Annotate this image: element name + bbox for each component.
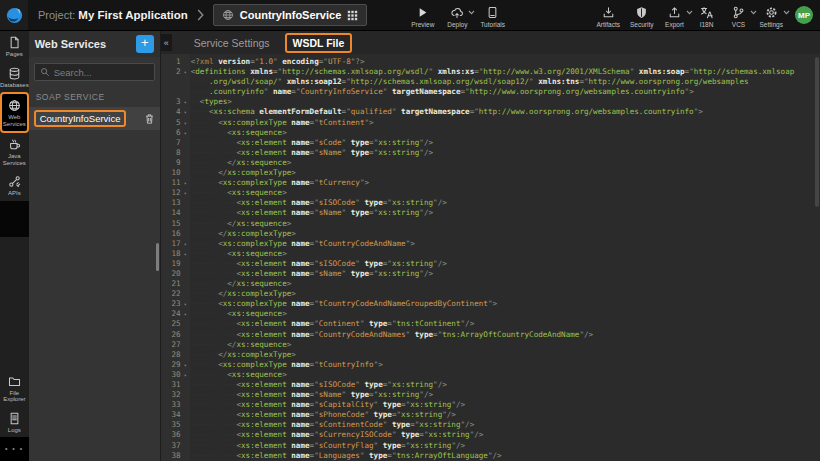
code-text: ······</xs:complexType> xyxy=(190,289,296,299)
editor-scrollbar-thumb[interactable] xyxy=(815,57,819,207)
sidebar-item-web-services[interactable]: Web Services xyxy=(0,92,29,133)
fold-toggle-icon[interactable]: ▾ xyxy=(181,370,190,380)
collapse-panel-button[interactable]: « xyxy=(161,34,172,51)
fold-spacer xyxy=(181,168,190,178)
toolbar-label: Preview xyxy=(411,21,434,28)
code-line: 33··········<xs:element name="sCapitalCi… xyxy=(161,400,820,410)
toolbar-deploy-button[interactable]: Deploy xyxy=(444,3,470,28)
code-line: 17▾······<xs:complexType name="tCountryC… xyxy=(161,239,820,249)
panel-scrollbar-thumb[interactable] xyxy=(156,243,159,271)
rail-more-button[interactable]: • • • xyxy=(0,437,29,461)
code-line: 24▾········<xs:sequence> xyxy=(161,309,820,319)
code-line: 28······</xs:complexType> xyxy=(161,350,820,360)
fold-toggle-icon[interactable]: ▾ xyxy=(181,118,190,128)
code-text: ··········<xs:element name="CountryCodeA… xyxy=(190,330,593,340)
code-line: 2▾<definitions xmlns="http://schemas.xml… xyxy=(161,67,820,77)
code-line: 11▾······<xs:complexType name="tCurrency… xyxy=(161,178,820,188)
fold-toggle-icon[interactable]: ▾ xyxy=(181,107,190,117)
fold-toggle-icon[interactable]: ▾ xyxy=(181,178,190,188)
fold-toggle-icon[interactable]: ▾ xyxy=(181,309,190,319)
fold-toggle-icon[interactable]: ▾ xyxy=(181,299,190,309)
code-line: 20··········<xs:element name="sName" typ… xyxy=(161,269,820,279)
toolbar-preview-button[interactable]: Preview xyxy=(409,3,436,28)
service-list-item[interactable]: CountryInfoService xyxy=(29,107,160,130)
fold-toggle-icon[interactable]: ▾ xyxy=(181,67,190,77)
code-text: ··········<xs:element name="sCapitalCity… xyxy=(190,400,465,410)
left-navigation-rail: PagesDatabasesWeb ServicesJava ServicesA… xyxy=(0,31,29,461)
code-text: ······<xs:complexType name="tCurrency"> xyxy=(190,178,369,188)
fold-spacer xyxy=(181,451,190,461)
grid-icon[interactable] xyxy=(347,10,358,21)
toolbar-label: Artifacts xyxy=(597,21,620,28)
fold-spacer xyxy=(181,330,190,340)
line-number: 37 xyxy=(161,441,181,451)
sidebar-item-logs[interactable]: Logs xyxy=(0,407,29,438)
toolbar-label: I18N xyxy=(700,21,714,28)
code-text: ··········<xs:element name="sISOCode" ty… xyxy=(190,259,447,269)
fold-spacer xyxy=(181,319,190,329)
fold-spacer xyxy=(181,87,190,97)
fold-spacer xyxy=(181,269,190,279)
code-text: ··········<xs:element name="Continent" t… xyxy=(190,319,475,329)
breadcrumb: Project:My First Application xyxy=(38,9,188,21)
fold-spacer xyxy=(181,400,190,410)
code-line: 25··········<xs:element name="Continent"… xyxy=(161,319,820,329)
line-number: 27 xyxy=(161,340,181,350)
avatar[interactable]: MP xyxy=(795,6,813,24)
app-logo[interactable] xyxy=(0,0,28,30)
toolbar-export-button[interactable]: Export xyxy=(662,3,688,28)
line-number: 16 xyxy=(161,229,181,239)
toolbar-settings-button[interactable]: Settings xyxy=(758,3,786,28)
line-number: 26 xyxy=(161,330,181,340)
fold-toggle-icon[interactable]: ▾ xyxy=(181,188,190,198)
toolbar-artifacts-button[interactable]: Artifacts xyxy=(595,3,622,28)
code-text: ········<xs:sequence> xyxy=(190,128,287,138)
sidebar-item-databases[interactable]: Databases xyxy=(0,62,29,93)
sidebar-item-label: Web Services xyxy=(2,114,27,127)
code-line: 29▾······<xs:complexType name="tCountryI… xyxy=(161,360,820,370)
export-icon xyxy=(668,6,681,19)
add-service-button[interactable]: + xyxy=(136,35,154,53)
service-name[interactable]: CountryInfoService xyxy=(34,110,127,127)
line-number: 28 xyxy=(161,350,181,360)
sidebar-item-java-services[interactable]: Java Services xyxy=(0,133,29,170)
code-text: ··········<xs:element name="sISOCode" ty… xyxy=(190,198,447,208)
fold-spacer xyxy=(181,77,190,87)
code-line: 16······</xs:complexType> xyxy=(161,229,820,239)
fold-spacer xyxy=(181,158,190,168)
fold-spacer xyxy=(181,441,190,451)
fold-toggle-icon[interactable]: ▾ xyxy=(181,239,190,249)
toolbar-vcs-button[interactable]: VCS xyxy=(726,3,752,28)
line-number: 7 xyxy=(161,138,181,148)
wsdl-code-editor[interactable]: 1<?xml version="1.0" encoding="UTF-8"?>2… xyxy=(161,54,820,461)
trash-icon[interactable] xyxy=(144,113,155,125)
code-text: ··········<xs:element name="sName" type=… xyxy=(190,269,433,279)
fold-toggle-icon[interactable]: ▾ xyxy=(181,249,190,259)
code-line: 9········</xs:sequence> xyxy=(161,158,820,168)
tab-service-settings[interactable]: Service Settings xyxy=(194,37,270,49)
toolbar-security-button[interactable]: Security xyxy=(628,3,655,28)
toolbar-tutorials-button[interactable]: Tutorials xyxy=(478,3,507,28)
fold-spacer xyxy=(181,57,190,67)
api-icon xyxy=(8,175,21,188)
fold-toggle-icon[interactable]: ▾ xyxy=(181,128,190,138)
sidebar-item-file-explorer[interactable]: File Explorer xyxy=(0,370,29,407)
code-line: 4▾····<xs:schema elementFormDefault="qua… xyxy=(161,107,820,117)
code-line: 8··········<xs:element name="sName" type… xyxy=(161,148,820,158)
code-line: 22······</xs:complexType> xyxy=(161,289,820,299)
open-service-tab[interactable]: CountryInfoService xyxy=(213,4,367,26)
line-number: 3 xyxy=(161,97,181,107)
sidebar-item-apis[interactable]: APIs xyxy=(0,170,29,201)
sidebar-item-pages[interactable]: Pages xyxy=(0,31,29,62)
branch-icon xyxy=(732,6,745,19)
code-text: ······<xs:complexType name="tCountryCode… xyxy=(190,299,497,309)
search-input[interactable]: Search... xyxy=(34,63,155,81)
fold-toggle-icon[interactable]: ▾ xyxy=(181,97,190,107)
fold-spacer xyxy=(181,289,190,299)
toolbar-i18n-button[interactable]: I18N xyxy=(694,3,720,28)
fold-spacer xyxy=(181,340,190,350)
code-text: ······</xs:complexType> xyxy=(190,229,296,239)
tab-wsdl-file[interactable]: WSDL File xyxy=(285,33,353,53)
code-line: 3▾··<types> xyxy=(161,97,820,107)
fold-toggle-icon[interactable]: ▾ xyxy=(181,360,190,370)
